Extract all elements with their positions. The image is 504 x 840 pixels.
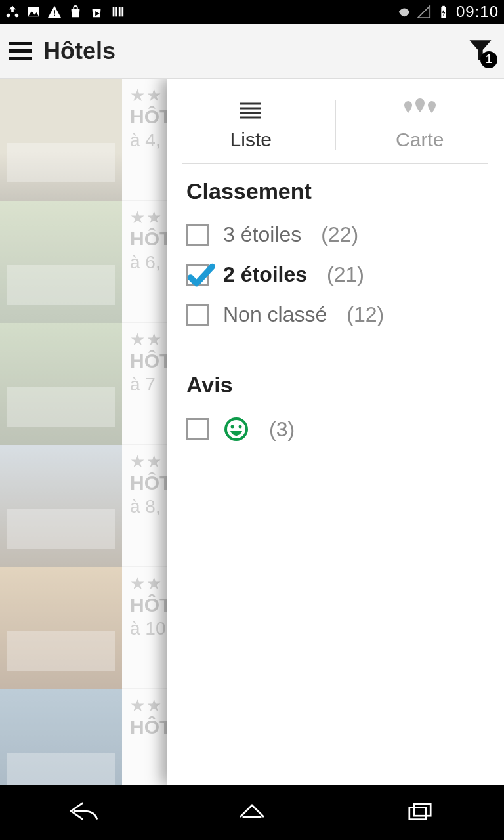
tab-liste[interactable]: Liste: [167, 85, 335, 164]
bars-icon: [110, 5, 125, 19]
tab-label: Carte: [396, 129, 444, 151]
svg-rect-8: [116, 7, 117, 17]
svg-rect-9: [119, 7, 121, 17]
play-store-icon: [89, 5, 104, 19]
filter-button[interactable]: 1: [466, 35, 495, 67]
filter-panel: Liste Carte Classement 3 étoiles (22): [167, 79, 504, 785]
bag-icon: [68, 5, 83, 19]
svg-point-20: [239, 425, 242, 429]
svg-rect-10: [121, 7, 123, 17]
filter-option-2-etoiles[interactable]: 2 étoiles (21): [186, 255, 484, 295]
svg-rect-4: [54, 10, 55, 14]
svg-rect-21: [410, 808, 426, 820]
option-label: 2 étoiles: [223, 262, 307, 287]
tab-carte[interactable]: Carte: [336, 85, 505, 164]
option-count: (22): [321, 222, 358, 247]
filter-option-avis-positive[interactable]: (3): [186, 408, 484, 450]
section-title: Classement: [186, 178, 484, 204]
svg-point-19: [231, 425, 234, 429]
section-classement: Classement 3 étoiles (22) 2 étoiles (21)…: [167, 164, 504, 339]
scrim[interactable]: [0, 79, 167, 785]
home-button[interactable]: [234, 796, 270, 829]
nav-bar: [0, 785, 504, 840]
checkbox[interactable]: [186, 224, 209, 246]
svg-rect-12: [442, 6, 445, 7]
signal-icon: [417, 5, 431, 19]
checkbox[interactable]: [186, 264, 209, 286]
checkbox[interactable]: [186, 304, 209, 326]
option-label: Non classé: [223, 303, 327, 327]
smiley-icon: [223, 416, 249, 442]
recents-button[interactable]: [402, 796, 438, 829]
filter-badge: 1: [480, 51, 497, 68]
svg-rect-7: [113, 7, 115, 17]
section-title: Avis: [186, 372, 484, 398]
option-count: (21): [327, 262, 364, 287]
divider: [182, 348, 488, 348]
battery-icon: [436, 5, 451, 19]
page-title: Hôtels: [43, 37, 116, 65]
svg-rect-5: [54, 15, 55, 16]
list-icon: [238, 98, 264, 122]
app-bar: Hôtels 1: [0, 24, 504, 79]
back-button[interactable]: [66, 796, 102, 829]
menu-button[interactable]: [9, 42, 32, 60]
option-count: (3): [269, 417, 295, 442]
filter-option-3-etoiles[interactable]: 3 étoiles (22): [186, 215, 484, 255]
svg-point-1: [15, 14, 18, 18]
svg-point-18: [226, 419, 247, 440]
checkbox[interactable]: [186, 418, 209, 440]
tab-label: Liste: [230, 129, 272, 151]
svg-point-0: [7, 14, 10, 18]
map-pins-icon: [400, 98, 440, 122]
option-count: (12): [346, 303, 384, 327]
share-icon: [5, 5, 20, 19]
status-time: 09:10: [456, 3, 499, 21]
wifi-icon: [397, 5, 411, 19]
status-bar: 09:10: [0, 0, 504, 24]
warning-icon: [47, 5, 62, 19]
option-label: 3 étoiles: [223, 222, 301, 247]
image-icon: [26, 5, 41, 19]
section-avis: Avis (3): [167, 358, 504, 454]
svg-rect-22: [414, 804, 430, 816]
filter-option-non-classe[interactable]: Non classé (12): [186, 295, 484, 335]
